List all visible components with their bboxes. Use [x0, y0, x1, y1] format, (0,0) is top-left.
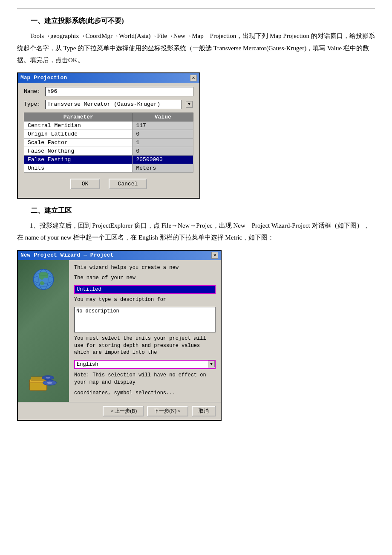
- wizard-text2: The name of your new: [74, 275, 216, 282]
- param-cell: Scale Factor: [24, 138, 133, 147]
- value-cell: Meters: [133, 164, 193, 172]
- books-icon: [28, 367, 60, 394]
- new-project-wizard-dialog: New Project Wizard — Project ✕: [17, 250, 222, 421]
- value-cell: 20500000: [133, 155, 193, 164]
- description-textarea[interactable]: No description: [74, 307, 216, 332]
- param-cell: False Northing: [24, 147, 133, 155]
- project-name-input[interactable]: [74, 285, 216, 294]
- svg-point-7: [47, 382, 52, 384]
- value-cell: 0: [133, 147, 193, 155]
- wizard-text5: Note: This selection will have no effect…: [74, 372, 216, 386]
- next-button[interactable]: 下一步(N)＞: [147, 406, 188, 416]
- wizard-text1: This wizard helps you create a new: [74, 264, 216, 272]
- wizard-text6: coordinates, symbol selections...: [74, 390, 216, 397]
- name-label: Name:: [24, 88, 45, 95]
- wizard-titlebar: New Project Wizard — Project ✕: [18, 251, 221, 260]
- map-projection-close-button[interactable]: ✕: [190, 75, 197, 81]
- wizard-title: New Project Wizard — Project: [20, 252, 113, 258]
- param-cell: Units: [24, 164, 133, 172]
- param-cell: Central Meridian: [24, 121, 133, 130]
- section2-paragraph: 1、投影建立后，回到 ProjectExplorer 窗口，点 File→New…: [17, 220, 375, 244]
- prev-button[interactable]: ＜上一步(B): [103, 406, 144, 416]
- type-row: Type: Transverse Mercator (Gauss-Kruger)…: [24, 100, 193, 109]
- new-project-dialog-container: New Project Wizard — Project ✕: [17, 250, 375, 421]
- wizard-body: This wizard helps you create a new The n…: [18, 260, 221, 402]
- wizard-content: This wizard helps you create a new The n…: [69, 260, 221, 402]
- cancel-button[interactable]: Cancel: [109, 179, 147, 189]
- name-input[interactable]: [45, 87, 193, 96]
- type-select-wrapper: Transverse Mercator (Gauss-Kruger) ▼: [45, 100, 193, 109]
- parameter-table: Parameter Value Central Meridian117Origi…: [24, 113, 193, 173]
- value-col-header: Value: [133, 113, 193, 121]
- top-divider: [17, 9, 375, 9]
- type-select-arrow-icon: ▼: [186, 101, 193, 108]
- map-projection-body: Name: Type: Transverse Mercator (Gauss-K…: [18, 83, 199, 198]
- type-label: Type:: [24, 101, 45, 107]
- section1-title: 一、建立投影系统(此步可不要): [17, 17, 375, 26]
- table-row: UnitsMeters: [24, 164, 193, 172]
- map-projection-title: Map Projection: [20, 75, 67, 81]
- table-row: Scale Factor1: [24, 138, 193, 147]
- wizard-text4: You must select the units your project w…: [74, 335, 216, 356]
- dialog-buttons: OK Cancel: [24, 179, 193, 194]
- wizard-text3: You may type a description for: [74, 296, 216, 304]
- ok-button[interactable]: OK: [70, 179, 100, 189]
- param-cell: False Easting: [24, 155, 133, 164]
- map-projection-dialog-container: Map Projection ✕ Name: Type: Transverse …: [17, 72, 375, 199]
- globe-icon: [32, 268, 55, 291]
- table-row: Origin Latitude0: [24, 130, 193, 138]
- table-row: False Northing0: [24, 147, 193, 155]
- wizard-close-button[interactable]: ✕: [211, 252, 218, 259]
- type-select[interactable]: Transverse Mercator (Gauss-Kruger): [45, 100, 182, 109]
- units-select[interactable]: English Metric: [74, 360, 216, 369]
- table-row: Central Meridian117: [24, 121, 193, 130]
- value-cell: 0: [133, 130, 193, 138]
- param-cell: Origin Latitude: [24, 130, 133, 138]
- name-row: Name:: [24, 87, 193, 96]
- param-col-header: Parameter: [24, 113, 133, 121]
- wizard-sidebar: [18, 260, 69, 402]
- value-cell: 117: [133, 121, 193, 130]
- table-row: False Easting20500000: [24, 155, 193, 164]
- units-select-wrapper: English Metric ▼: [74, 360, 216, 369]
- svg-point-10: [46, 377, 50, 379]
- map-projection-titlebar: Map Projection ✕: [18, 73, 199, 83]
- value-cell: 1: [133, 138, 193, 147]
- wizard-cancel-button[interactable]: 取消: [192, 406, 216, 416]
- map-projection-dialog: Map Projection ✕ Name: Type: Transverse …: [17, 72, 200, 199]
- section1-paragraph: Tools→geographix→CoordMgr→World(Asia)→Fi…: [17, 30, 375, 66]
- section2-title: 二、建立工区: [17, 206, 375, 215]
- wizard-footer: ＜上一步(B) 下一步(N)＞ 取消: [18, 402, 221, 420]
